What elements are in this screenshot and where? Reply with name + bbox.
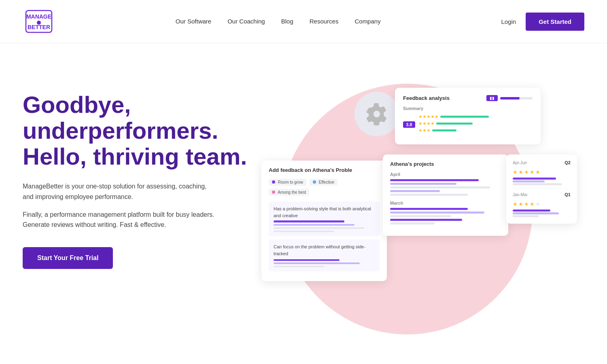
get-started-button[interactable]: Get Started [526, 13, 584, 31]
qr-header-2: Jan-Mar Q1 [513, 192, 571, 197]
hero-desc1: ManageBetter is your one-stop solution f… [23, 181, 217, 202]
qr-period-2: Jan-Mar [513, 193, 528, 197]
nav-our-coaching[interactable]: Our Coaching [227, 18, 265, 25]
qr-stars-2: ★ ★ ★ ★ ★ [513, 201, 571, 207]
fa-bar-row-2: ★★★★ [418, 121, 533, 126]
qr-bar-2 [513, 180, 545, 182]
fa-green-bar-1 [440, 116, 489, 118]
afp-bar-4 [274, 231, 334, 232]
afp-tags: Room to grow Effective Among the best [269, 179, 380, 196]
headline-line2: Hello, thriving team. [23, 143, 247, 169]
hero-left: Goodbye, underperformers. Hello, thrivin… [23, 76, 257, 269]
afp-feedback-2: Can focus on the problem without getting… [269, 239, 380, 271]
tag-dot-pink [272, 190, 275, 194]
afp-bar-5 [274, 259, 340, 261]
fa-bar-row-1: ★★★★★ [418, 114, 533, 119]
fa-card-header: Feedback analysis ▮▮ [403, 95, 533, 101]
hero-section: Goodbye, underperformers. Hello, thrivin… [0, 43, 607, 364]
qr-divider [513, 188, 571, 189]
fa-badge: ▮▮ [486, 95, 498, 101]
gear-icon [365, 103, 388, 125]
fa-progress-bg [500, 97, 533, 99]
ap-bar-4 [390, 190, 440, 192]
navbar: MANAGE BETTER Our Software Our Coaching … [0, 0, 607, 43]
qr-star-7: ★ [518, 201, 523, 207]
nav-links: Our Software Our Coaching Blog Resources… [176, 18, 381, 25]
hero-illustration: Feedback analysis ▮▮ Summary 3.8 ★★★★★ [257, 76, 584, 364]
qr-bar-5 [513, 212, 559, 214]
qr-quarter-1: Q2 [565, 160, 571, 165]
nav-our-software[interactable]: Our Software [176, 18, 211, 25]
ap-bar-2 [390, 183, 456, 185]
ap-bar-5 [390, 194, 468, 196]
tag-dot-purple [272, 180, 275, 184]
svg-text:MANAGE: MANAGE [26, 13, 51, 20]
gear-icon-circle [354, 92, 399, 136]
qr-star-6: ★ [513, 201, 518, 207]
ap-bar-3 [390, 186, 490, 188]
ap-bar-7 [390, 212, 484, 214]
fa-green-bar-3 [432, 129, 456, 131]
ap-section-april: April [390, 172, 501, 196]
athenas-projects-card: Athena's projects April March [383, 154, 508, 236]
q-rating-card: Apr-Jun Q2 ★ ★ ★ ★ ★ Jan-Mar Q1 ★ ★ ★ [506, 154, 577, 224]
qr-star-10: ★ [535, 201, 540, 207]
afp-bar-7 [274, 266, 324, 267]
fa-card-badge: ▮▮ [486, 95, 533, 101]
ap-bar-9 [390, 219, 462, 221]
afp-bar-1 [274, 220, 344, 222]
fa-green-bar-2 [436, 123, 473, 125]
qr-star-5: ★ [535, 169, 540, 175]
feedback-analysis-card: Feedback analysis ▮▮ Summary 3.8 ★★★★★ [395, 88, 541, 144]
login-link[interactable]: Login [501, 18, 516, 25]
logo[interactable]: MANAGE BETTER [23, 7, 55, 36]
fa-progress-fill [500, 97, 520, 99]
fa-score: 3.8 [403, 121, 415, 128]
afp-tag-2: Effective [310, 179, 337, 186]
ap-label-april: April [390, 172, 501, 177]
afp-bar-6 [274, 262, 360, 264]
afp-bar-2 [274, 224, 354, 226]
ap-bar-10 [390, 222, 435, 224]
qr-bar-3 [513, 183, 562, 185]
qr-bar-6 [513, 215, 539, 217]
ap-bar-1 [390, 179, 479, 181]
trial-button[interactable]: Start Your Free Trial [23, 247, 113, 269]
afp-tag-1: Room to grow [269, 179, 306, 186]
qr-star-4: ★ [530, 169, 535, 175]
ap-bar-8 [390, 215, 451, 217]
hero-headline: Goodbye, underperformers. Hello, thrivin… [23, 92, 257, 169]
afp-feedback-1: Has a problem-solving style that is both… [269, 201, 380, 236]
afp-title: Add feedback on Athena's Proble [269, 167, 380, 173]
fa-score-row: 3.8 ★★★★★ ★★★★ ★★★ [403, 114, 533, 135]
ap-title: Athena's projects [390, 161, 501, 167]
nav-company[interactable]: Company [354, 18, 380, 25]
qr-star-9: ★ [530, 201, 535, 207]
headline-line1: Goodbye, underperformers. [23, 91, 218, 144]
qr-star-1: ★ [513, 169, 518, 175]
qr-star-8: ★ [524, 201, 529, 207]
nav-blog[interactable]: Blog [281, 18, 293, 25]
qr-quarter-2: Q1 [565, 192, 571, 197]
qr-bar-4 [513, 210, 550, 212]
qr-star-2: ★ [518, 169, 523, 175]
nav-resources[interactable]: Resources [310, 18, 339, 25]
svg-text:BETTER: BETTER [28, 24, 50, 30]
hero-desc2: Finally, a performance management platfo… [23, 210, 217, 230]
qr-stars-1: ★ ★ ★ ★ ★ [513, 169, 571, 175]
qr-header-1: Apr-Jun Q2 [513, 160, 571, 165]
afp-feedback-text-1: Has a problem-solving style that is both… [274, 205, 375, 219]
nav-right: Login Get Started [501, 13, 584, 31]
fa-summary-label: Summary [403, 106, 533, 111]
afp-feedback-text-2: Can focus on the problem without getting… [274, 243, 375, 257]
fa-card-title: Feedback analysis [403, 95, 450, 101]
ap-bar-6 [390, 208, 468, 210]
tag-dot-blue [313, 180, 316, 184]
afp-tag-3: Among the best [269, 189, 309, 196]
qr-star-3: ★ [524, 169, 529, 175]
qr-period-1: Apr-Jun [513, 161, 527, 165]
ap-label-march: March [390, 201, 501, 205]
qr-bar-1 [513, 178, 556, 180]
ap-section-march: March [390, 201, 501, 224]
afp-bar-3 [274, 227, 365, 229]
